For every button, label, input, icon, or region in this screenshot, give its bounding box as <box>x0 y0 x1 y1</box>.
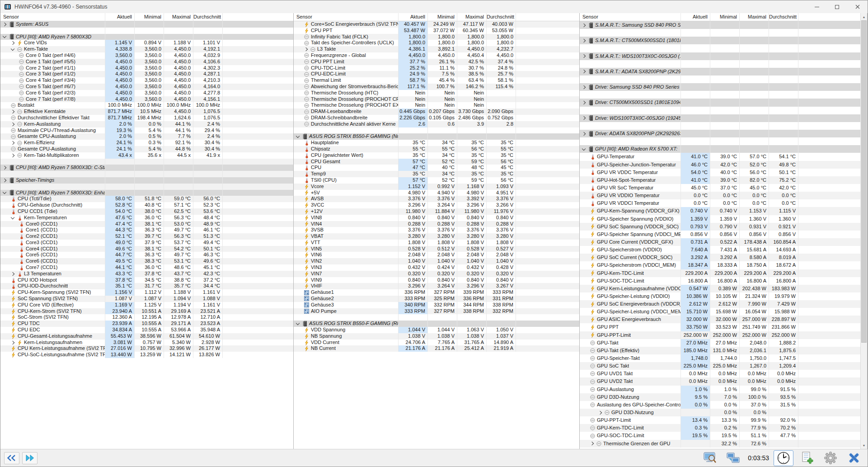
sensor-row[interactable]: NB Current21.176 A21.176 A25.412 A21.919… <box>294 345 579 352</box>
sensor-list[interactable]: S.M.A.R.T.: Samsung SSD 840 PRO Series (… <box>580 21 867 449</box>
column-header-maximal[interactable]: Maximal <box>457 13 486 21</box>
chevron-right-icon[interactable] <box>582 39 586 42</box>
sensor-row[interactable]: VIN40.288 V0.288 V0.288 V0.288 V <box>294 221 579 227</box>
sensor-row[interactable]: Auslastung des GPU-Speicher-Controllers0… <box>580 401 867 409</box>
sensor-row[interactable]: Core 4 Takt (perf #3/4)4,450.0 MHz3,560.… <box>0 77 293 84</box>
sensor-row[interactable]: Thermal Limit58.7 %45.4 %63.4 %58.1 % <box>294 77 579 84</box>
sensor-row[interactable]: GPU-Kern-Spannung (VDDCR_GFX)0.740 V0.74… <box>580 207 867 215</box>
sensor-row[interactable]: CPU-SoC-Leistungsaufnahme (SVI2 TFN)13.4… <box>0 352 293 358</box>
sensor-row[interactable]: DRAM-Lesebandbreite0.445 Gbps0.207 Gbps3… <box>294 108 579 115</box>
sensor-group-row[interactable]: Speicher-Timings <box>0 177 293 184</box>
chevron-right-icon[interactable] <box>582 101 586 104</box>
sensor-row[interactable]: Core VIDs1.145 V0.894 V1.188 V1.101 V <box>0 40 293 46</box>
scrollbar-down-arrow-icon[interactable]: ▼ <box>861 442 867 449</box>
sensor-row[interactable]: Gesamte CPU-Auslastung2.0 %0.5 %7.7 %2.4… <box>0 133 293 140</box>
sensor-row[interactable]: 3VCC3.296 V3.264 V3.296 V3.266 V <box>294 202 579 208</box>
column-header-aktuell[interactable]: Aktuell <box>680 13 710 21</box>
sensor-row[interactable]: Kern-Takt-Multiplikatoren43.4 x35.6 x44.… <box>0 152 293 159</box>
screen-magnifier-button[interactable] <box>700 450 720 466</box>
chevron-right-icon[interactable] <box>11 272 14 276</box>
sensor-row[interactable]: Infinity Fabric Takt (FCLK)1,800.0 MHz1,… <box>294 34 579 40</box>
sensor-row[interactable]: GPU-SOC-TDC-Limit19.5 %19.5 %51.1 %47.7 … <box>580 432 867 439</box>
sensor-row[interactable]: CPU-Kern-Strom (SVI2 TFN)23.940 A10.551 … <box>0 308 293 315</box>
sensor-row[interactable]: Core+SoC Energieverbrauch (SVI2 TFN)40.4… <box>294 21 579 28</box>
sensor-row[interactable]: CPU Core VID (Effective)1.169 V1.125 V1.… <box>0 302 293 308</box>
sensor-row[interactable]: GPU-Speicher-Takt1,748.0 MHz1,744.0 MHz1… <box>580 354 867 362</box>
column-header-aktuell[interactable]: Aktuell <box>105 13 134 21</box>
sensor-row[interactable]: L3 Temperaturen43.3 °C37.8 °C43.7 °C42.3… <box>0 271 293 277</box>
sensor-row[interactable]: Kern-Effizienz24.1 %0.3 %92.1 %30.4 % <box>0 140 293 146</box>
sensor-row[interactable]: 3VSB3.376 V3.376 V3.376 V3.376 V <box>294 227 579 233</box>
add-report-button[interactable] <box>797 450 817 466</box>
sensor-row[interactable]: Effektive Kerntakte871.7 MHz10.5 MHz4,45… <box>0 108 293 115</box>
sensor-group-row[interactable]: Drive: Samsung SSD 840 PRO Series (S12UN… <box>580 83 867 91</box>
sensor-row[interactable]: CPU-Gesamt-Leistungsaufnahme55.453 W38.5… <box>0 333 293 340</box>
sensor-row[interactable]: Gesamte CPU-Auslastung24.1 %5.4 %44.8 %3… <box>0 146 293 152</box>
sensor-row[interactable]: VTT1.808 V1.808 V1.808 V1.808 V <box>294 240 579 246</box>
sensor-row[interactable]: Durchschnittliche Anzahl aktiver Kerne2.… <box>294 121 579 127</box>
chevron-down-icon[interactable] <box>3 34 6 38</box>
sensor-row[interactable]: Frequenzgrenze - Global4,450.0 MHz4,450.… <box>294 52 579 59</box>
sensor-row[interactable]: VIN80.840 V0.840 V0.840 V0.840 V <box>294 215 579 221</box>
sensor-row[interactable]: GPU VR SoC Temperatur45.0 °C37.0 °C45.0 … <box>580 184 867 192</box>
sensor-row[interactable]: Kern-Temperaturen47.6 °C36.0 °C56.3 °C48… <box>0 215 293 221</box>
sensor-row[interactable]: VIN70.320 V0.320 V0.320 V0.320 V <box>294 271 579 277</box>
sensor-row[interactable]: Gehäuse1336 RPM327 RPM339 RPM333 RPM <box>294 289 579 296</box>
close-sensors-button[interactable] <box>844 450 864 466</box>
scroll-columns-right-button[interactable] <box>22 452 38 464</box>
sensor-row[interactable]: Core 5 Takt (perf #6/7)4,450.0 MHz3,560.… <box>0 84 293 90</box>
clock-toggle-button[interactable] <box>774 450 793 466</box>
sensor-row[interactable]: Thermische Drosselung (HTC)NeinNeinNein <box>294 90 579 96</box>
sensor-row[interactable]: CPU EDC34.834 A10.555 A53.966 A35.948 A <box>0 327 293 333</box>
sensor-row[interactable]: GPU-Hot-Spot-Temperatur41.0 °C39.0 °C82.… <box>580 176 867 184</box>
column-header-sensor[interactable]: Sensor <box>580 13 680 21</box>
sensor-group-row[interactable]: System: ASUS <box>0 21 293 28</box>
chevron-down-icon[interactable] <box>3 190 6 194</box>
sensor-row[interactable]: GPU PPT33.750 W33.523 W251.749 W231.866 … <box>580 323 867 331</box>
chevron-down-icon[interactable] <box>296 134 300 138</box>
column-header-maximal[interactable]: Maximal <box>739 13 769 21</box>
sensor-row[interactable]: GPU-Takt27.0 MHz27.0 MHz2,048.0 MHz1,888… <box>580 339 867 347</box>
sensor-group-row[interactable]: S.M.A.R.T.: WDS100T3X0C-00SJG0 (19245B..… <box>580 52 867 60</box>
sensor-row[interactable]: GPU UVD1 Takt0.0 MHz0.0 MHz0.0 MHz0.0 MH… <box>580 370 867 377</box>
sensor-row[interactable]: GPU-Kern-TDC-Limit0.3 %0.2 %77.9 %70.2 % <box>580 424 867 432</box>
sensor-row[interactable]: Kern-Leistungsaufnahmen3.081 W0.757 W5.3… <box>0 340 293 346</box>
sensor-list[interactable]: System: ASUSCPU [#0]: AMD Ryzen 7 5800X3… <box>0 21 293 449</box>
sensor-row[interactable]: Maximale CPU-/Thread-Auslastung19.3 %5.4… <box>0 127 293 134</box>
sensor-row[interactable]: CPU47 °C40 °C48 °C45 °C <box>294 165 579 171</box>
sensor-row[interactable]: +5V4.980 V4.940 V4.980 V4.951 V <box>294 190 579 196</box>
sensor-row[interactable]: CPU PPT Limit37.7 %26.1 %42.5 %37.4 % <box>294 59 579 65</box>
sensor-row[interactable]: VIN21.040 V1.040 V1.040 V1.040 V <box>294 258 579 264</box>
sensor-row[interactable]: GPU D3D-Nutzung9.5 %7.0 %100.0 %93.5 % <box>580 393 867 401</box>
sensor-row[interactable]: GPU-PPT-Limit13.4 %13.3 %99.9 %92.0 % <box>580 416 867 424</box>
chevron-down-icon[interactable] <box>11 215 14 219</box>
sensor-row[interactable]: GPU-Speicher Spannung (VDDIO)1.359 V1.35… <box>580 215 867 223</box>
sensor-row[interactable]: GPU ASIC Energieverbrauch32.000 W32.000 … <box>580 316 867 323</box>
column-header-maximal[interactable]: Maximal <box>164 13 193 21</box>
sensor-group-row[interactable]: ASUS ROG STRIX B550-F GAMING (Nuvoton ..… <box>294 133 579 140</box>
sensor-row[interactable]: GPU SoC Spannung (VDDCR_SOC)0.793 V0.790… <box>580 223 867 231</box>
chevron-right-icon[interactable] <box>11 122 14 126</box>
chevron-right-icon[interactable] <box>11 41 14 45</box>
chevron-right-icon[interactable] <box>598 410 602 414</box>
sensor-row[interactable]: AVSB3.376 V3.376 V3.392 V3.376 V <box>294 196 579 202</box>
sensor-row[interactable]: GPU SoC Takt225.0 MHz225.0 MHz1,267.0 MH… <box>580 362 867 370</box>
sensor-row[interactable]: CPU-IOD-Durchschnitt35.1 °C31.7 °C35.7 °… <box>0 283 293 289</box>
sensor-row[interactable]: CPU IOD Hotspot37.8 °C34.5 °C38.8 °C37.2… <box>0 277 293 283</box>
sensor-row[interactable]: Core4 (CCD1)49.6 °C38.1 °C54.2 °C50.1 °C <box>0 246 293 252</box>
sensor-group-row[interactable]: Drive: WDS100T3X0C-00SJG0 (19245B803279) <box>580 114 867 122</box>
sensor-row[interactable]: Core 7 Takt (perf #7/8)4,450.0 MHz3,560.… <box>0 96 293 103</box>
sensor-row[interactable]: CPU (Tctl/Tdie)58.0 °C51.8 °C59.0 °C56.0… <box>0 196 293 202</box>
chevron-right-icon[interactable] <box>3 179 6 182</box>
sensor-row[interactable]: CPU PPT53.487 W37.072 W60.345 W53.055 W <box>294 28 579 34</box>
chevron-right-icon[interactable] <box>582 116 586 120</box>
sensor-row[interactable]: L3 Takte4,386.1 MHz3,892.1 MHz4,450.0 MH… <box>294 46 579 52</box>
sensor-group-row[interactable]: ASUS ROG STRIX B550-F GAMING (Richtek R.… <box>294 321 579 327</box>
sensor-row[interactable]: Core1 (CCD1)44.3 °C36.3 °C49.7 °C46.1 °C <box>0 227 293 233</box>
sensor-row[interactable]: Core 3 Takt (perf #1/2)4,450.0 MHz3,560.… <box>0 71 293 77</box>
sensor-row[interactable]: GPU D3D-Nutzung0.0 %0.0 % <box>580 409 867 416</box>
sensor-row[interactable]: SoC Spannung (SVI2 TFN)1.087 V1.087 V1.0… <box>0 296 293 302</box>
sensor-row[interactable]: GPU-Speicherstrom (VDDIO)7.640 A7.431 A1… <box>580 246 867 254</box>
sensor-row[interactable]: Kern-Auslastung2.0 %0.0 %44.1 %2.4 % <box>0 121 293 127</box>
sensor-row[interactable]: GPU VR VDDIO Temperatur0.0 °C0.0 °C0.0 °… <box>580 192 867 199</box>
